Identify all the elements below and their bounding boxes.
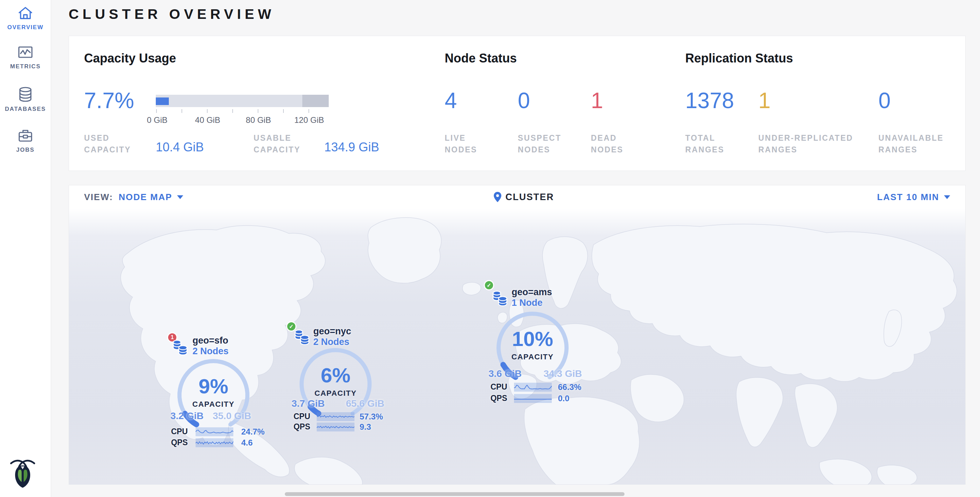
locality-nodes-link[interactable]: 1 Node (512, 298, 542, 308)
sidebar-item-overview[interactable]: OVERVIEW (0, 5, 51, 31)
unavailable-ranges-count: 0 (878, 88, 891, 113)
capacity-bar-reserved (302, 95, 329, 107)
cockroachdb-logo (8, 458, 37, 488)
qps-label: QPS (489, 394, 507, 403)
usable-capacity-value: 134.9 GiB (324, 140, 379, 155)
qps-sparkline (514, 394, 552, 403)
replication-status-title: Replication Status (685, 51, 793, 65)
view-label: VIEW: (84, 192, 113, 202)
cpu-value: 66.3% (558, 382, 581, 392)
node-group-icon (294, 329, 310, 345)
node-group-icon (492, 290, 508, 306)
location-pin-icon (494, 192, 501, 202)
under-replicated-ranges-count: 1 (758, 88, 771, 113)
time-range-label: LAST 10 MIN (877, 192, 939, 202)
qps-sparkline (317, 422, 355, 432)
capacity-percent-label: 9% (176, 376, 251, 397)
locality-label: geo=ams (512, 287, 552, 297)
home-icon (18, 5, 33, 21)
node-group-icon (172, 339, 188, 355)
cpu-value: 57.3% (360, 412, 383, 422)
capacity-gauge: 6% CAPACITY (298, 346, 373, 422)
breadcrumb-label: CLUSTER (506, 192, 554, 202)
locality-marker-nyc[interactable]: ✓ geo=nyc 2 Nodes 6% CAPACITY 3.7 GiB 6 (286, 321, 404, 441)
sidebar-item-metrics[interactable]: METRICS (0, 45, 51, 70)
locality-marker-sfo[interactable]: 1 geo=sfo 2 Nodes 9% CAPACITY 3.2 GiB 3 (167, 332, 285, 452)
view-bar: VIEW: NODE MAP CLUSTER LAST 10 MIN (69, 185, 965, 209)
usable-capacity-label: USABLE CAPACITY (254, 132, 301, 156)
axis-tick (232, 109, 233, 113)
node-map-canvas[interactable]: 1 geo=sfo 2 Nodes 9% CAPACITY 3.2 GiB 3 (69, 209, 965, 485)
cpu-label: CPU (170, 427, 188, 436)
summary-card: Capacity Usage 7.7% 0 GiB 40 GiB 80 GiB … (68, 36, 966, 171)
used-capacity-label: USED CAPACITY (84, 132, 131, 156)
qps-sparkline (196, 438, 233, 447)
jobs-icon (18, 128, 33, 143)
sidebar-item-jobs[interactable]: JOBS (0, 128, 51, 153)
qps-value: 9.3 (360, 422, 371, 432)
sidebar-item-label: JOBS (16, 147, 35, 153)
sidebar-item-label: METRICS (10, 63, 40, 70)
used-capacity-value: 3.7 GiB (292, 398, 325, 409)
unavailable-ranges-label: UNAVAILABLE RANGES (878, 132, 943, 156)
locality-label: geo=sfo (192, 335, 228, 346)
chevron-down-icon (944, 195, 950, 199)
sidebar-item-label: DATABASES (5, 106, 46, 113)
axis-tick-label: 120 GiB (294, 115, 324, 125)
sidebar: OVERVIEW METRICS DATABASES JOBS (0, 0, 51, 497)
suspect-nodes-label: SUSPECT NODES (518, 132, 562, 156)
axis-tick (181, 109, 182, 113)
qps-value: 0.0 (558, 394, 569, 403)
axis-tick (207, 109, 208, 113)
horizontal-scrollbar[interactable] (285, 492, 625, 496)
total-ranges-label: TOTAL RANGES (685, 132, 724, 156)
axis-tick (258, 109, 258, 113)
capacity-gauge: 9% CAPACITY (176, 357, 251, 433)
capacity-bar (156, 95, 329, 107)
total-capacity-value: 65.6 GiB (346, 398, 384, 409)
capacity-percent: 7.7% (84, 88, 134, 113)
locality-nodes-link[interactable]: 2 Nodes (313, 337, 349, 347)
total-capacity-value: 35.0 GiB (213, 411, 251, 422)
sidebar-item-label: OVERVIEW (7, 24, 44, 31)
view-selector[interactable]: NODE MAP (119, 192, 172, 202)
used-capacity-value: 3.6 GiB (488, 368, 522, 379)
cpu-sparkline (317, 412, 355, 421)
cpu-label: CPU (489, 382, 507, 392)
axis-tick (156, 109, 157, 113)
cpu-value: 24.7% (241, 427, 264, 436)
qps-value: 4.6 (241, 438, 253, 448)
capacity-caption: CAPACITY (495, 352, 570, 362)
capacity-bar-used (156, 97, 169, 105)
map-card: VIEW: NODE MAP CLUSTER LAST 10 MIN (68, 185, 966, 485)
node-status-title: Node Status (445, 51, 517, 65)
axis-tick (283, 109, 284, 113)
suspect-nodes-count: 0 (518, 88, 530, 113)
used-capacity-value: 3.2 GiB (170, 411, 204, 422)
dead-nodes-label: DEAD NODES (591, 132, 624, 156)
qps-label: QPS (170, 438, 188, 447)
breadcrumb[interactable]: CLUSTER (494, 185, 554, 209)
total-ranges-count: 1378 (685, 88, 734, 113)
locality-nodes-link[interactable]: 2 Nodes (192, 346, 229, 356)
live-nodes-count: 4 (445, 88, 457, 113)
healthy-badge: ✓ (484, 280, 494, 290)
cpu-label: CPU (292, 412, 310, 421)
locality-marker-ams[interactable]: ✓ geo=ams 1 Node 10% CAPACITY 3.6 GiB 3 (484, 280, 602, 400)
cpu-sparkline (514, 383, 552, 392)
live-nodes-label: LIVE NODES (445, 132, 477, 156)
sidebar-item-databases[interactable]: DATABASES (0, 86, 51, 113)
qps-label: QPS (292, 422, 310, 432)
locality-label: geo=nyc (313, 326, 351, 336)
total-capacity-value: 34.3 GiB (544, 368, 582, 379)
under-replicated-ranges-label: UNDER-REPLICATED RANGES (758, 132, 853, 156)
time-range-selector[interactable]: LAST 10 MIN (877, 185, 950, 209)
metrics-icon (18, 45, 33, 60)
axis-tick-label: 0 GiB (147, 115, 167, 125)
capacity-usage-title: Capacity Usage (84, 51, 176, 65)
axis-tick (309, 109, 309, 113)
axis-tick-label: 40 GiB (195, 115, 220, 125)
axis-tick-label: 80 GiB (246, 115, 271, 125)
chevron-down-icon[interactable] (177, 195, 183, 199)
used-capacity-value: 10.4 GiB (156, 140, 204, 155)
